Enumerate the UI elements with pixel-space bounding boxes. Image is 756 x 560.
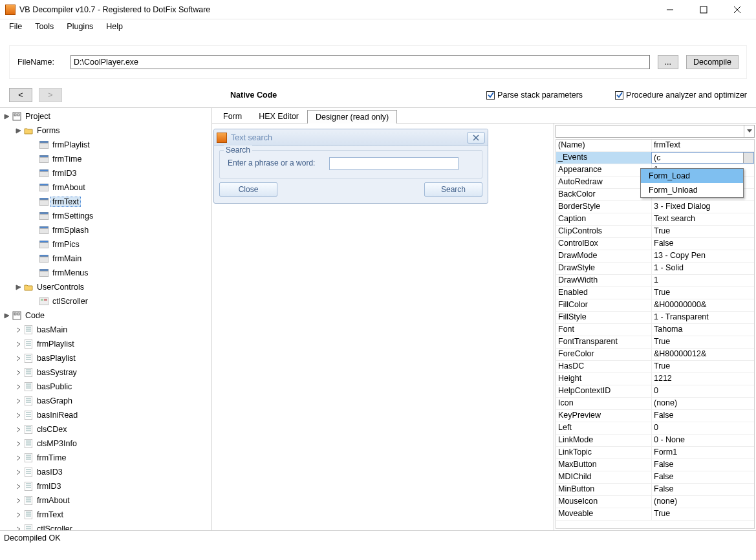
property-row[interactable]: MaxButtonFalse	[556, 459, 754, 471]
tab-designer[interactable]: Designer (read only)	[307, 110, 397, 124]
decompile-button[interactable]: Decompile	[686, 55, 739, 69]
property-row[interactable]: CaptionText search	[556, 213, 754, 226]
tree-form-item[interactable]: frmAbout	[3, 180, 211, 195]
tree-form-item[interactable]: frmSplash	[3, 223, 211, 237]
caret-icon[interactable]	[14, 127, 22, 135]
tree-code-item[interactable]: frmText	[3, 508, 211, 522]
property-value[interactable]: 1	[651, 275, 754, 286]
browse-button[interactable]: ...	[658, 55, 678, 69]
tree-code-item[interactable]: ctlScroller	[3, 522, 211, 530]
caret-icon[interactable]	[14, 440, 22, 447]
tree-form-item[interactable]: frmText	[3, 195, 211, 209]
property-value[interactable]: True	[651, 287, 754, 299]
tree-form-item[interactable]: frmPlaylist	[3, 138, 211, 152]
caret-icon[interactable]	[14, 425, 22, 433]
parse-stack-checkbox[interactable]: Parse stack parameters	[486, 91, 583, 100]
property-value[interactable]: 0	[651, 422, 754, 434]
caret-icon[interactable]	[14, 468, 22, 476]
property-value[interactable]: True	[651, 336, 754, 348]
tree-usercontrols[interactable]: UserControls	[3, 280, 211, 294]
property-row[interactable]: HelpContextID0	[556, 385, 754, 398]
property-row[interactable]: FillColor&H00000000&	[556, 299, 754, 312]
property-row[interactable]: MouseIcon(none)	[556, 496, 754, 508]
property-value[interactable]: False	[651, 459, 754, 471]
tree-uc-item[interactable]: ctlScroller	[3, 294, 211, 308]
nav-back-button[interactable]: <	[9, 88, 32, 102]
property-row[interactable]: FontTahoma	[556, 324, 754, 336]
events-dropdown[interactable]: Form_Load Form_Unload	[640, 168, 744, 198]
caret-icon[interactable]	[14, 383, 22, 391]
caret-icon[interactable]	[3, 113, 10, 120]
property-row[interactable]: FillStyle1 - Transparent	[556, 312, 754, 324]
caret-icon[interactable]	[14, 326, 22, 334]
property-row[interactable]: LinkMode0 - None	[556, 435, 754, 447]
property-row[interactable]: DrawMode13 - Copy Pen	[556, 250, 754, 263]
property-row[interactable]: KeyPreviewFalse	[556, 410, 754, 422]
property-row[interactable]: ControlBoxFalse	[556, 238, 754, 250]
property-row[interactable]: _Events(c	[556, 152, 754, 164]
property-value[interactable]: False	[651, 471, 754, 483]
minimize-button[interactable]	[659, 3, 681, 17]
search-input[interactable]	[329, 157, 459, 170]
component-selector[interactable]	[556, 125, 755, 138]
property-value[interactable]: &H80000012&	[651, 349, 754, 360]
caret-icon[interactable]	[14, 369, 22, 376]
caret-icon[interactable]	[3, 312, 10, 319]
tree-code-item[interactable]: basMain	[3, 323, 211, 337]
tree-code-item[interactable]: clsMP3Info	[3, 436, 211, 451]
property-value[interactable]: True	[651, 226, 754, 237]
property-row[interactable]: Left0	[556, 422, 754, 435]
tree-code-item[interactable]: basID3	[3, 465, 211, 479]
property-row[interactable]: ClipControlsTrue	[556, 226, 754, 238]
property-value[interactable]: (none)	[651, 496, 754, 508]
tree-code-item[interactable]: frmAbout	[3, 493, 211, 508]
tree-project[interactable]: Project	[3, 109, 211, 124]
caret-icon[interactable]	[14, 511, 22, 519]
proc-optimizer-checkbox[interactable]: Procedure analyzer and optimizer	[615, 91, 747, 100]
caret-icon[interactable]	[14, 283, 22, 291]
events-option-load[interactable]: Form_Load	[641, 169, 743, 183]
property-value[interactable]: 0 - None	[651, 435, 754, 446]
property-row[interactable]: EnabledTrue	[556, 287, 754, 299]
property-row[interactable]: BorderStyle3 - Fixed Dialog	[556, 201, 754, 213]
tab-form[interactable]: Form	[215, 109, 250, 123]
tree-code-item[interactable]: basGraph	[3, 394, 211, 408]
property-value[interactable]: (none)	[651, 398, 754, 409]
form-close-button[interactable]: Close	[219, 182, 277, 197]
property-row[interactable]: DrawWidth1	[556, 275, 754, 287]
tree-form-item[interactable]: frmPics	[3, 237, 211, 252]
property-value[interactable]: 1 - Transparent	[651, 312, 754, 323]
tree-form-item[interactable]: frmID3	[3, 166, 211, 180]
menu-help[interactable]: Help	[101, 21, 128, 32]
tab-hex[interactable]: HEX Editor	[250, 109, 307, 123]
property-value[interactable]: frmText	[651, 140, 754, 151]
caret-icon[interactable]	[14, 354, 22, 362]
form-close-icon[interactable]	[467, 132, 485, 144]
property-value[interactable]: (c	[651, 152, 754, 164]
filename-input[interactable]	[70, 55, 650, 69]
tree-code[interactable]: Code	[3, 308, 211, 323]
property-row[interactable]: Height1212	[556, 373, 754, 385]
property-value[interactable]: False	[651, 484, 754, 495]
property-value[interactable]: Tahoma	[651, 324, 754, 336]
nav-forward-button[interactable]: >	[39, 88, 62, 102]
tree-code-item[interactable]: frmTime	[3, 451, 211, 465]
tree-code-item[interactable]: frmPlaylist	[3, 337, 211, 351]
tree-code-item[interactable]: frmID3	[3, 479, 211, 493]
form-search-button[interactable]: Search	[424, 182, 482, 197]
caret-icon[interactable]	[14, 482, 22, 490]
property-row[interactable]: (Name)frmText	[556, 140, 754, 152]
maximize-button[interactable]	[693, 3, 715, 17]
tree-code-item[interactable]: basIniRead	[3, 408, 211, 422]
property-value[interactable]: 1 - Solid	[651, 263, 754, 274]
property-value[interactable]: 1212	[651, 373, 754, 385]
property-value[interactable]: False	[651, 410, 754, 422]
property-value[interactable]: Text search	[651, 213, 754, 225]
property-row[interactable]: MinButtonFalse	[556, 484, 754, 496]
tree-form-item[interactable]: frmTime	[3, 152, 211, 166]
close-button[interactable]	[726, 3, 748, 17]
property-row[interactable]: ForeColor&H80000012&	[556, 349, 754, 361]
tree-code-item[interactable]: basSystray	[3, 365, 211, 380]
tree-form-item[interactable]: frmSettings	[3, 209, 211, 223]
designer-form-window[interactable]: Text search Search Enter a phrase or a w…	[213, 129, 488, 204]
